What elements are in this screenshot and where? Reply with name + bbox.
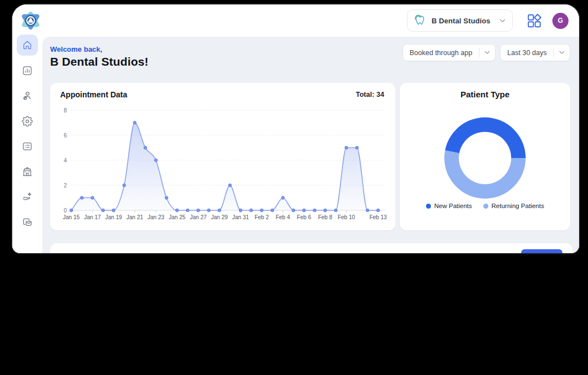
- screenshot-stage: B Dental Studios G: [0, 0, 588, 375]
- sidebar-item-settings[interactable]: [17, 111, 38, 132]
- app-logo-icon: [20, 10, 41, 31]
- appointment-total: Total:34: [356, 91, 384, 98]
- svg-text:Feb 2: Feb 2: [254, 214, 269, 220]
- appointment-line-chart[interactable]: 02468Jan 15Jan 17Jan 19Jan 21Jan 23Jan 2…: [50, 103, 395, 230]
- cards-row: Appointment Data Total:34 02468Jan 15Jan…: [50, 83, 570, 230]
- legend-item-returning-patients[interactable]: Returning Patients: [483, 203, 545, 209]
- clinic-selector-value: B Dental Studios: [432, 17, 494, 25]
- chevron-down-icon: [554, 51, 570, 55]
- user-avatar[interactable]: G: [552, 13, 569, 29]
- settings-icon: [22, 116, 33, 127]
- header-row: Welcome back, B Dental Studios! Booked t…: [50, 44, 570, 68]
- page-title-clinic-name: B Dental Studios!: [50, 55, 149, 68]
- date-range-value: Last 30 days: [501, 49, 553, 57]
- appointment-card-title: Appointment Data: [60, 90, 128, 99]
- svg-text:8: 8: [63, 107, 67, 114]
- patient-type-card: Patient Type New Patients Returning: [400, 83, 570, 230]
- svg-text:Feb 4: Feb 4: [276, 214, 290, 220]
- donut-hole: [459, 132, 511, 184]
- app-window: B Dental Studios G: [12, 4, 579, 253]
- svg-text:Jan 23: Jan 23: [148, 214, 164, 220]
- svg-text:Jan 21: Jan 21: [126, 214, 143, 220]
- svg-text:Jan 17: Jan 17: [84, 214, 101, 220]
- welcome-greeting: Welcome back,: [50, 45, 149, 53]
- booking-source-dropdown[interactable]: Booked through app: [403, 44, 496, 61]
- chevron-down-icon: [499, 19, 506, 23]
- appointment-card-header: Appointment Data Total:34: [50, 83, 395, 99]
- svg-text:Jan 29: Jan 29: [211, 214, 228, 220]
- body-row: Welcome back, B Dental Studios! Booked t…: [12, 37, 579, 253]
- sidebar-nav: [12, 37, 42, 253]
- analytics-icon: [22, 65, 33, 76]
- svg-text:Feb 10: Feb 10: [337, 214, 355, 220]
- patients-icon: [22, 90, 33, 101]
- filters: Booked through app Last 30 days: [403, 44, 570, 61]
- sidebar-item-clinic[interactable]: [17, 161, 38, 182]
- patient-type-donut-chart[interactable]: [444, 117, 526, 199]
- sidebar-item-analytics[interactable]: [17, 60, 38, 81]
- clinic-selector-dropdown[interactable]: B Dental Studios: [407, 9, 513, 32]
- legend-label-new-patients: New Patients: [434, 203, 472, 209]
- sidebar-item-forms[interactable]: [17, 136, 38, 157]
- svg-text:4: 4: [63, 157, 67, 164]
- legend-label-returning-patients: Returning Patients: [492, 203, 545, 209]
- svg-text:Jan 27: Jan 27: [190, 214, 207, 220]
- total-value: 34: [376, 91, 384, 98]
- chevron-down-icon: [479, 51, 495, 55]
- messages-icon: [22, 217, 33, 228]
- legend-dot-returning-patients: [483, 204, 488, 209]
- tooth-icon: [413, 14, 427, 27]
- date-range-dropdown[interactable]: Last 30 days: [500, 44, 570, 61]
- legend-dot-new-patients: [426, 204, 431, 209]
- services-icon: [22, 191, 33, 203]
- patient-type-title: Patient Type: [400, 83, 570, 99]
- svg-text:6: 6: [63, 132, 67, 139]
- forms-icon: [22, 141, 33, 152]
- svg-text:Feb 8: Feb 8: [318, 214, 332, 220]
- svg-text:Jan 31: Jan 31: [232, 214, 249, 220]
- sidebar-item-services[interactable]: [17, 186, 38, 208]
- appointment-data-card: Appointment Data Total:34 02468Jan 15Jan…: [50, 83, 395, 230]
- clipped-primary-button[interactable]: [521, 249, 562, 253]
- apps-grid-button[interactable]: [526, 13, 542, 28]
- svg-text:Jan 19: Jan 19: [105, 214, 122, 220]
- svg-text:2: 2: [63, 182, 67, 189]
- sidebar-item-messages[interactable]: [17, 212, 38, 233]
- welcome-block: Welcome back, B Dental Studios!: [50, 44, 149, 68]
- booking-source-value: Booked through app: [403, 49, 479, 57]
- clinic-icon: [22, 166, 33, 177]
- main-content: Welcome back, B Dental Studios! Booked t…: [42, 37, 579, 253]
- sidebar-item-home[interactable]: [17, 34, 38, 56]
- apps-grid-icon: [527, 13, 542, 28]
- sidebar-item-patients[interactable]: [17, 85, 38, 106]
- svg-text:0: 0: [63, 208, 67, 214]
- svg-text:Jan 15: Jan 15: [63, 214, 80, 220]
- home-icon: [22, 40, 33, 51]
- topbar: B Dental Studios G: [12, 4, 579, 37]
- svg-text:Jan 25: Jan 25: [169, 214, 185, 220]
- svg-text:Feb 13: Feb 13: [369, 214, 387, 220]
- legend-item-new-patients[interactable]: New Patients: [426, 203, 472, 209]
- svg-text:Feb 6: Feb 6: [297, 214, 311, 220]
- donut-legend: New Patients Returning Patients: [400, 203, 570, 209]
- total-label: Total:: [356, 91, 374, 98]
- clipped-bottom-card: [50, 243, 572, 253]
